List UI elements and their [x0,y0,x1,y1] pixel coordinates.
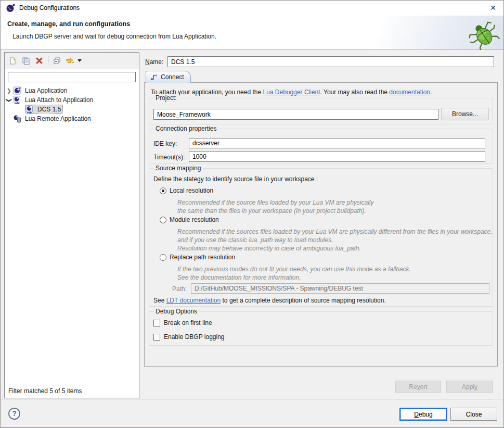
project-group-label: Project: [153,94,179,102]
lua-attach-icon [13,96,21,104]
path-input [191,283,489,294]
radio-module-resolution[interactable]: Module resolution [160,216,219,223]
attach-info-text: To attach your application, you need the… [151,89,432,96]
tab-connect[interactable]: Connect [146,71,191,83]
lua-attach-icon [25,105,34,114]
filter-input[interactable] [8,72,136,82]
replace-resolution-desc: See the documentation for more informati… [177,274,301,281]
window-title: Debug Configurations [19,4,80,11]
enable-dbgp-logging-label: Enable DBGP logging [164,333,225,341]
filter-match-status: Filter matched 5 of 5 items [8,387,82,395]
debug-button[interactable]: Debug [399,408,447,421]
debug-configurations-icon [6,4,15,12]
chevron-collapsed-icon[interactable]: ❯ [5,87,13,94]
debug-options-group: Debug Options Break on first line Enable… [149,311,493,346]
apply-button[interactable]: Apply [446,381,493,393]
radio-selected-icon[interactable] [160,187,166,194]
radio-replace-path-resolution[interactable]: Replace path resolution [160,254,235,261]
chevron-expanded-icon[interactable]: ❯ [6,96,12,104]
connect-tab-panel: To attach your application, you need the… [144,82,498,367]
dialog-header: Create, manage, and run configurations L… [0,16,504,50]
tree-item-lua-remote[interactable]: Lua Remote Application [5,114,139,123]
path-label: Path: [172,285,187,293]
tab-connect-label: Connect [161,73,184,81]
connection-properties-group: Connection properties IDE key: Timeout(s… [149,129,493,164]
debug-options-label: Debug Options [153,308,199,315]
tree-item-lua-application[interactable]: ❯ Lua Application [5,86,139,95]
configurations-panel: ❯ Lua Application ❯ Lua Attach to Applic… [4,52,139,398]
filter-configurations-icon[interactable] [66,56,75,66]
tree-item-label: DCS 1.5 [36,105,62,114]
project-group: Project: Browse... [149,98,493,124]
documentation-link[interactable]: documentation [389,89,430,96]
configurations-toolbar [5,53,139,69]
radio-local-label: Local resolution [170,187,213,194]
radio-module-label: Module resolution [170,216,219,223]
module-resolution-desc: and if you use the classic lua_path way … [177,236,333,244]
timeout-input[interactable] [189,152,485,162]
source-mapping-label: Source mapping [153,165,203,172]
toolbar-menu-chevron-down-icon[interactable] [77,59,82,62]
radio-local-resolution[interactable]: Local resolution [160,187,213,194]
toolbar-separator [48,56,48,65]
tree-item-lua-attach[interactable]: ❯ Lua Attach to Application [5,95,139,105]
checkbox-unchecked-icon[interactable] [153,334,160,341]
replace-resolution-desc: If the two previous modes do not fit you… [177,266,411,273]
browse-button[interactable]: Browse... [442,108,488,120]
footer-separator [0,399,504,399]
enable-dbgp-logging-option[interactable]: Enable DBGP logging [153,333,225,341]
revert-button[interactable]: Revert [395,381,441,393]
tree-item-dcs-15[interactable]: DCS 1.5 [5,105,139,114]
ide-key-input[interactable] [189,138,485,148]
tree-selection: DCS 1.5 [25,105,62,114]
ldt-documentation-link[interactable]: LDT documentation [166,297,221,304]
timeout-label: Timeout(s): [153,154,185,161]
local-resolution-desc: Recommended if the source files loaded b… [177,199,374,206]
name-input[interactable] [167,56,494,67]
configuration-tree: ❯ Lua Application ❯ Lua Attach to Applic… [5,86,139,123]
help-icon[interactable]: ? [8,408,20,420]
new-configuration-icon[interactable] [8,56,18,66]
lua-remote-application-icon [13,115,21,123]
tree-item-label: Lua Attach to Application [23,96,95,104]
close-icon[interactable]: ✕ [486,2,500,14]
module-resolution-desc: Recommended if the sources files loaded … [177,228,493,235]
module-resolution-desc: Resolution may behave incorrectly in cas… [177,245,361,252]
radio-unselected-icon[interactable] [160,217,166,223]
checkbox-unchecked-icon[interactable] [153,320,160,326]
close-button[interactable]: Close [450,408,497,421]
delete-configuration-icon[interactable] [34,56,44,66]
radio-unselected-icon[interactable] [160,254,166,261]
connection-properties-label: Connection properties [153,125,218,132]
ide-key-label: IDE key: [153,140,177,147]
duplicate-configuration-icon[interactable] [21,56,31,66]
header-title: Create, manage, and run configurations [7,20,130,28]
source-mapping-group: Source mapping Define the stategy to ide… [149,168,493,307]
radio-replace-label: Replace path resolution [170,254,235,261]
bug-icon [466,16,502,50]
project-input[interactable] [153,109,438,120]
connect-tab-icon [150,73,158,81]
source-mapping-intro: Define the stategy to identify source fi… [153,175,318,183]
titlebar: Debug Configurations ✕ [0,0,504,16]
header-subtitle: Launch DBGP server and wait for debug co… [12,33,216,40]
tree-item-label: Lua Remote Application [23,115,93,123]
collapse-all-icon[interactable] [53,56,62,66]
break-on-first-line-option[interactable]: Break on first line [153,319,212,326]
lua-debugger-client-link[interactable]: Lua Debugger Client [263,89,320,96]
tree-item-label: Lua Application [23,86,69,95]
break-on-first-line-label: Break on first line [164,319,212,326]
ldt-documentation-line: See LDT documentation to get a complete … [153,297,386,304]
name-label: Name: [145,58,163,66]
local-resolution-desc: the same than the files in your workspac… [177,207,366,215]
lua-application-icon [13,86,21,95]
configuration-form: Name: Connect To attach your application… [144,52,498,398]
